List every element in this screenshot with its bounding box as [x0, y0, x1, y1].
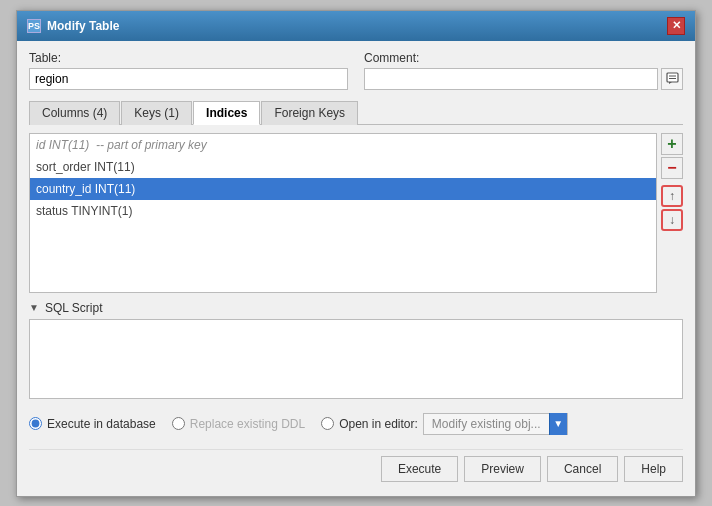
tab-keys[interactable]: Keys (1) — [121, 101, 192, 125]
modify-table-dialog: PS Modify Table ✕ Table: Comment: — [16, 10, 696, 497]
row-text: status TINYINT(1) — [30, 200, 656, 222]
preview-button[interactable]: Preview — [464, 456, 541, 482]
comment-label: Comment: — [364, 51, 683, 65]
editor-dropdown[interactable]: Modify existing obj... ▼ — [423, 413, 568, 435]
table-comment-row: Table: Comment: — [29, 51, 683, 90]
nav-group: ↑ ↓ — [661, 185, 683, 231]
sql-header[interactable]: ▼ SQL Script — [29, 301, 683, 315]
comment-input[interactable] — [364, 68, 658, 90]
table-row[interactable]: country_id INT(11) — [30, 178, 656, 200]
replace-radio[interactable] — [172, 417, 185, 430]
table-name-input[interactable] — [29, 68, 348, 90]
sql-section: ▼ SQL Script — [29, 301, 683, 399]
table-label: Table: — [29, 51, 348, 65]
table-row[interactable]: id INT(11) -- part of primary key — [30, 134, 656, 156]
side-buttons: + − ↑ ↓ — [661, 133, 683, 293]
table-row[interactable]: sort_order INT(11) — [30, 156, 656, 178]
row-text: id INT(11) -- part of primary key — [30, 134, 656, 156]
execute-radio-group: Execute in database — [29, 417, 156, 431]
bottom-options: Execute in database Replace existing DDL… — [29, 407, 683, 441]
window-icon: PS — [27, 19, 41, 33]
move-up-button[interactable]: ↑ — [661, 185, 683, 207]
open-editor-label[interactable]: Open in editor: — [339, 417, 418, 431]
open-editor-radio[interactable] — [321, 417, 334, 430]
replace-label[interactable]: Replace existing DDL — [190, 417, 305, 431]
add-row-button[interactable]: + — [661, 133, 683, 155]
row-text: country_id INT(11) — [30, 178, 656, 200]
comment-icon-button[interactable] — [661, 68, 683, 90]
dialog-body: Table: Comment: — [17, 41, 695, 496]
tab-columns[interactable]: Columns (4) — [29, 101, 120, 125]
tab-bar: Columns (4) Keys (1) Indices Foreign Key… — [29, 100, 683, 125]
tab-indices[interactable]: Indices — [193, 101, 260, 125]
comment-group: Comment: — [364, 51, 683, 90]
data-table-wrapper: id INT(11) -- part of primary key sort_o… — [29, 133, 657, 293]
row-text: sort_order INT(11) — [30, 156, 656, 178]
execute-radio[interactable] — [29, 417, 42, 430]
collapse-icon: ▼ — [29, 302, 39, 313]
action-buttons: Execute Preview Cancel Help — [29, 449, 683, 486]
window-title: Modify Table — [47, 19, 119, 33]
sql-textarea[interactable] — [29, 319, 683, 399]
replace-radio-group: Replace existing DDL — [172, 417, 305, 431]
sql-section-label: SQL Script — [45, 301, 103, 315]
cancel-button[interactable]: Cancel — [547, 456, 618, 482]
table-row[interactable]: status TINYINT(1) — [30, 200, 656, 222]
close-button[interactable]: ✕ — [667, 17, 685, 35]
editor-dropdown-arrow[interactable]: ▼ — [549, 413, 567, 435]
tab-foreign-keys[interactable]: Foreign Keys — [261, 101, 358, 125]
editor-dropdown-text: Modify existing obj... — [424, 417, 549, 431]
execute-label[interactable]: Execute in database — [47, 417, 156, 431]
svg-rect-0 — [667, 73, 678, 82]
data-table: id INT(11) -- part of primary key sort_o… — [30, 134, 656, 222]
help-button[interactable]: Help — [624, 456, 683, 482]
open-editor-group: Open in editor: Modify existing obj... ▼ — [321, 413, 567, 435]
table-container: id INT(11) -- part of primary key sort_o… — [29, 133, 683, 293]
comment-row — [364, 68, 683, 90]
remove-row-button[interactable]: − — [661, 157, 683, 179]
execute-button[interactable]: Execute — [381, 456, 458, 482]
table-name-group: Table: — [29, 51, 348, 90]
title-bar: PS Modify Table ✕ — [17, 11, 695, 41]
move-down-button[interactable]: ↓ — [661, 209, 683, 231]
